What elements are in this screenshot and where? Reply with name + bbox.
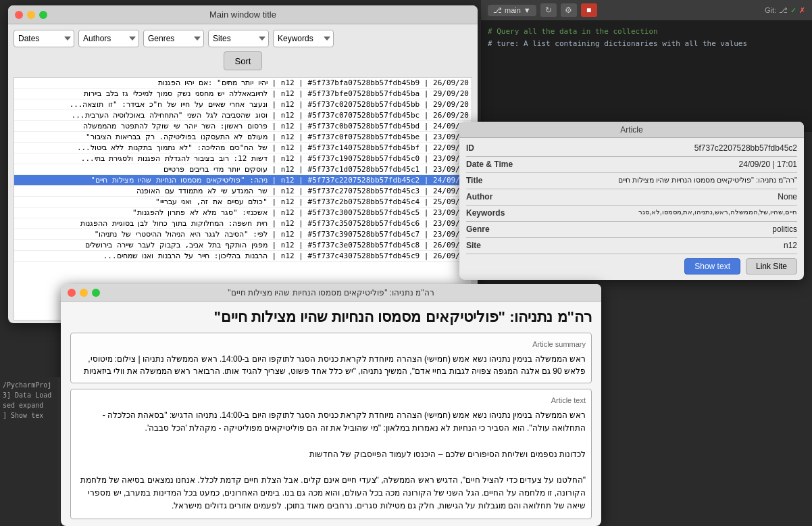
- git-branch[interactable]: ⎇ main ▼: [488, 5, 536, 16]
- branch-dropdown-icon: ▼: [524, 6, 531, 14]
- list-item[interactable]: n12 | #5f737c3507528bb57fdb45c6 | 23/09/…: [14, 218, 472, 229]
- sort-row: Sort: [14, 51, 472, 73]
- genre-value: politics: [524, 224, 797, 234]
- list-item[interactable]: n12 | #5f737c1407528bb57fdb45bf | 22/09/…: [14, 143, 472, 153]
- article-keywords-row: Keywords חיים,שהיו,של,הממשלה,ראש,נתניהו,…: [466, 208, 797, 218]
- article-datetime-row: Date & Time 24/09/20 | 17:01: [466, 160, 797, 169]
- console-item[interactable]: sed expand: [3, 400, 56, 410]
- text-label: Article text: [76, 395, 586, 407]
- code-line-1: # Query all the data in the collection: [488, 26, 805, 38]
- summary-label: Article summary: [76, 339, 586, 350]
- article-detail-titlebar: רה"מ נתניהו: "פוליטיקאים מסמסו הנחיות שה…: [61, 284, 601, 302]
- site-label: Site: [466, 241, 524, 250]
- filter-bar: Dates Authors Genres Sites Keywords: [14, 30, 472, 47]
- article-summary-box: Article summary ראש הממשלה בנימין נתניהו…: [70, 333, 592, 383]
- genres-filter[interactable]: Genres: [143, 30, 204, 47]
- authors-filter[interactable]: Authors: [78, 30, 139, 47]
- git-check-icon: ✓: [790, 6, 796, 15]
- article-detail-window: רה"מ נתניהו: "פוליטיקאים מסמסו הנחיות שה…: [61, 284, 601, 526]
- detail-close-button[interactable]: [68, 289, 76, 297]
- list-item[interactable]: n12 | #5f737c4307528bb57fdb45c9 | 26/09/…: [14, 251, 472, 262]
- code-line-2: # ture: A list containing dictionaries w…: [488, 38, 805, 50]
- dates-filter[interactable]: Dates: [14, 30, 74, 47]
- code-editor: # Query all the data in the collection #…: [481, 20, 812, 132]
- article-main-title: רה"מ נתניהו: "פוליטיקאים מסמסו הנחיות שה…: [70, 308, 592, 326]
- title-label: Title: [466, 176, 524, 185]
- id-label: ID: [466, 143, 524, 153]
- id-value: 5f737c2207528bb57fdb45c2: [524, 143, 797, 153]
- sort-button[interactable]: Sort: [224, 51, 263, 70]
- article-author-row: Author None: [466, 192, 797, 201]
- list-item[interactable]: n12 | #5f737c2b07528bb57fdb45c4 | 25/09/…: [14, 197, 472, 208]
- title-value: רה"מ נתניהו: "פוליטיקאים מסמסו הנחיות שה…: [524, 176, 797, 185]
- list-item[interactable]: n12 | #5f737c2707528bb57fdb45c3 | 24/09/…: [14, 186, 472, 197]
- mac-toolbar: ⎇ main ▼ ↻ ⚙ ■ Git: ⎇ ✓ ✗: [481, 0, 812, 20]
- git-branch-icon: ⎇: [779, 6, 788, 15]
- list-item[interactable]: n12 | #5f737c0707528bb57fdb45bc | 26/09/…: [14, 110, 472, 121]
- article-site-row: Site n12: [466, 241, 797, 250]
- detail-maximize-button[interactable]: [92, 289, 100, 297]
- git-x-icon: ✗: [799, 6, 805, 15]
- genre-label: Genre: [466, 224, 524, 234]
- link-site-button[interactable]: Link Site: [746, 258, 797, 274]
- window-controls: [15, 11, 47, 19]
- settings-btn[interactable]: ⚙: [561, 3, 577, 17]
- maximize-button[interactable]: [39, 11, 47, 19]
- list-item[interactable]: n12 | #5f737c1d07528bb57fdb45c1 | 23/09/…: [14, 164, 472, 175]
- close-button[interactable]: [15, 11, 23, 19]
- article-title-row: Title רה"מ נתניהו: "פוליטיקאים מסמסו הנח…: [466, 176, 797, 185]
- console-item[interactable]: /PycharmProj: [3, 380, 56, 390]
- summary-text: ראש הממשלה בנימין נתניהו נשא אמש (חמישי)…: [76, 353, 586, 377]
- main-window: Main window title Dates Authors Genres S…: [8, 5, 478, 323]
- article-detail-title: רה"מ נתניהו: "פוליטיקאים מסמסו הנחיות שה…: [228, 288, 434, 297]
- window-title: Main window title: [209, 9, 276, 20]
- list-item[interactable]: n12 | #5f737c0f07528bb57fdb45be | 23/09/…: [14, 132, 472, 143]
- datetime-label: Date & Time: [466, 160, 524, 169]
- keywords-label: Keywords: [466, 208, 524, 218]
- pycharm-console: /PycharmProj 3] Data Load sed expand ] S…: [0, 377, 59, 526]
- article-detail-body: רה"מ נתניהו: "פוליטיקאים מסמסו הנחיות שה…: [61, 302, 601, 526]
- minimize-button[interactable]: [27, 11, 35, 19]
- article-id-row: ID 5f737c2207528bb57fdb45c2: [466, 143, 797, 153]
- article-actions: Show text Link Site: [466, 258, 797, 274]
- list-item[interactable]: n12 | #5f737bfe07528bb57fdb45ba | 29/09/…: [14, 89, 472, 99]
- sites-filter[interactable]: Sites: [208, 30, 269, 47]
- branch-icon: ⎇: [493, 6, 502, 15]
- main-window-titlebar: Main window title: [8, 5, 478, 24]
- list-item[interactable]: n12 | #5f737c3907528bb57fdb45c7 | 23/09/…: [14, 229, 472, 240]
- branch-name: main: [505, 6, 521, 14]
- site-value: n12: [524, 241, 797, 250]
- console-item[interactable]: ] Show tex: [3, 410, 56, 421]
- git-status: Git: ⎇ ✓ ✗: [765, 6, 805, 15]
- author-value: None: [524, 192, 797, 201]
- show-text-button[interactable]: Show text: [684, 258, 740, 274]
- list-item-selected[interactable]: n12 | #5f737c2207528bb57fdb45c2 | 24/09/…: [14, 175, 472, 186]
- list-item[interactable]: n12 | #5f737c3e07528bb57fdb45c8 | 26/09/…: [14, 240, 472, 251]
- run-btn[interactable]: ■: [581, 3, 597, 17]
- detail-minimize-button[interactable]: [80, 289, 88, 297]
- detail-window-controls: [68, 289, 100, 297]
- console-item[interactable]: 3] Data Load: [3, 390, 56, 400]
- article-panel-title: Article: [620, 125, 642, 135]
- article-text-box: Article text ראש הממשלה בנימין נתניהו נש…: [70, 389, 592, 519]
- article-text-content: ראש הממשלה בנימין נתניהו נשא אמש (חמישי)…: [76, 409, 586, 513]
- main-window-body: Dates Authors Genres Sites Keywords Sort…: [8, 24, 478, 323]
- refresh-btn[interactable]: ↻: [540, 3, 557, 17]
- list-item[interactable]: n12 | #5f737c3007528bb57fdb45c5 | 23/09/…: [14, 208, 472, 218]
- list-item[interactable]: n12 | #5f737bfa07528bb57fdb45b9 | 26/09/…: [14, 78, 472, 89]
- keywords-filter[interactable]: Keywords: [273, 30, 334, 47]
- list-item[interactable]: n12 | #5f737c1907528bb57fdb45c0 | 23/09/…: [14, 153, 472, 164]
- article-panel-body: ID 5f737c2207528bb57fdb45c2 Date & Time …: [459, 138, 804, 280]
- article-genre-row: Genre politics: [466, 224, 797, 234]
- list-item[interactable]: n12 | #5f737c0207528bb57fdb45bb | 29/09/…: [14, 99, 472, 110]
- datetime-value: 24/09/20 | 17:01: [524, 160, 797, 169]
- keywords-value: חיים,שהיו,של,הממשלה,ראש,נתניהו,את,מסמסו,…: [524, 208, 797, 216]
- git-label: Git:: [765, 6, 776, 14]
- list-item[interactable]: n12 | #5f737c0b07528bb57fdb45bd | 24/09/…: [14, 121, 472, 132]
- author-label: Author: [466, 192, 524, 201]
- article-panel: Article ID 5f737c2207528bb57fdb45c2 Date…: [459, 122, 804, 280]
- article-panel-titlebar: Article: [459, 122, 804, 138]
